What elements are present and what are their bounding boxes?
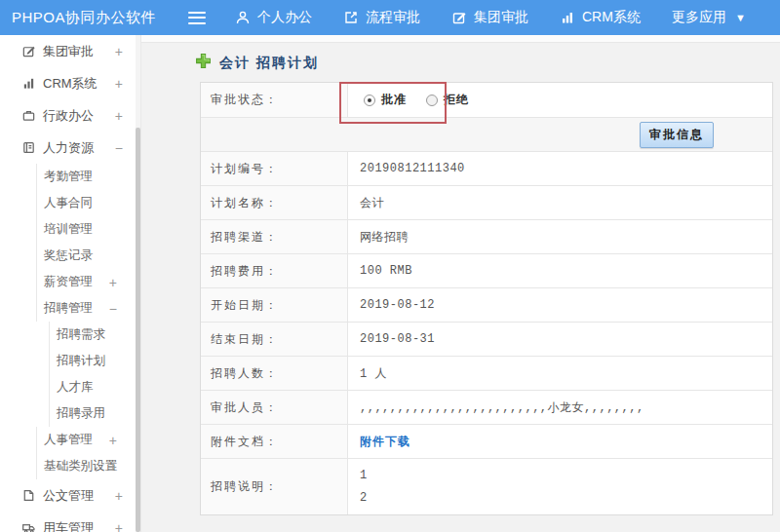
- sidebar-item-base-category-settings[interactable]: 基础类别设置 +: [36, 453, 140, 479]
- content-top-strip: [141, 35, 780, 43]
- expand-plus-icon[interactable]: +: [115, 76, 123, 92]
- sidebar-item-label: 用车管理: [43, 519, 94, 532]
- chart-icon: [21, 76, 36, 91]
- approval-info-button[interactable]: 审批信息: [640, 122, 714, 148]
- sidebar-item-hr-contracts[interactable]: 人事合同: [36, 190, 140, 216]
- sidebar-item-human-resources[interactable]: 人力资源 −: [0, 132, 140, 164]
- page-title: 会计 招聘计划: [195, 53, 319, 73]
- sidebar-item-attendance-management[interactable]: 考勤管理: [36, 164, 140, 190]
- row-value: 2019-08-12: [348, 288, 772, 322]
- table-row-plan-name: 计划名称： 会计: [201, 186, 772, 220]
- sidebar-scrollbar[interactable]: [136, 35, 140, 532]
- row-value: 网络招聘: [348, 220, 772, 253]
- sidebar-item-recruitment-needs[interactable]: 招聘需求: [49, 322, 140, 348]
- plus-icon: [195, 53, 212, 73]
- main-content: 会计 招聘计划 审批状态： 批准 拒绝 审批信息 计划编号： 201908121…: [141, 35, 780, 532]
- nav-item-label: 流程审批: [366, 9, 420, 26]
- sidebar: 集团审批 + CRM系统 + 行政办公 + 人力资源 − 考勤管理: [0, 35, 141, 532]
- sidebar-item-label: 招聘需求: [57, 326, 105, 343]
- sidebar-item-label: 行政办公: [43, 107, 94, 125]
- sidebar-item-label: 招聘计划: [57, 353, 105, 369]
- row-label: 计划名称：: [201, 186, 348, 219]
- app-title: PHPOA协同办公软件: [0, 9, 188, 27]
- collapse-minus-icon[interactable]: −: [115, 140, 123, 156]
- collapse-minus-icon[interactable]: −: [109, 301, 117, 317]
- expand-plus-icon[interactable]: +: [109, 459, 117, 475]
- nav-item-process-approval[interactable]: 流程审批: [343, 9, 420, 26]
- table-row-start-date: 开始日期： 2019-08-12: [201, 288, 772, 323]
- sidebar-item-recruitment-hiring[interactable]: 招聘录用: [49, 400, 140, 427]
- sidebar-item-document-management[interactable]: 公文管理 +: [0, 479, 140, 512]
- sidebar-item-label: 招聘录用: [57, 405, 105, 422]
- sidebar-item-label: 薪资管理: [44, 274, 93, 290]
- hamburger-menu-icon[interactable]: [188, 12, 206, 24]
- edit-icon: [451, 10, 467, 25]
- sidebar-item-label: 基础类别设置: [44, 458, 117, 475]
- sidebar-item-salary-management[interactable]: 薪资管理 +: [36, 269, 140, 295]
- row-label: 结束日期：: [201, 323, 348, 356]
- expand-plus-icon[interactable]: +: [109, 275, 117, 290]
- row-label: 附件文档：: [201, 425, 348, 458]
- nav-item-label: 更多应用: [672, 9, 726, 26]
- sidebar-item-crm-system[interactable]: CRM系统 +: [0, 67, 140, 99]
- sidebar-item-group-approval[interactable]: 集团审批 +: [0, 35, 140, 67]
- nav-item-crm-system[interactable]: CRM系统: [560, 9, 641, 26]
- table-row-button: 审批信息: [201, 118, 772, 152]
- sidebar-item-recruitment-management[interactable]: 招聘管理 −: [36, 295, 140, 322]
- sidebar-item-label: 人事管理: [44, 432, 93, 448]
- row-value: 20190812111340: [348, 152, 772, 185]
- row-value: 100 RMB: [348, 254, 772, 287]
- recruitment-plan-detail-table: 审批状态： 批准 拒绝 审批信息 计划编号： 20190812111340 计划…: [200, 82, 773, 515]
- radio-label-reject[interactable]: 拒绝: [444, 92, 469, 108]
- edit-icon: [21, 44, 36, 58]
- sidebar-item-training-management[interactable]: 培训管理: [36, 216, 140, 243]
- row-label: 招聘渠道：: [201, 220, 348, 253]
- user-icon: [235, 10, 251, 25]
- table-row-recruitment-cost: 招聘费用： 100 RMB: [201, 254, 772, 288]
- expand-plus-icon[interactable]: +: [115, 108, 123, 124]
- table-row-end-date: 结束日期： 2019-08-31: [201, 323, 772, 357]
- row-label: 审批状态：: [201, 83, 348, 117]
- sidebar-item-vehicle-management[interactable]: 用车管理 +: [0, 512, 140, 532]
- expand-plus-icon[interactable]: +: [115, 520, 123, 532]
- table-row-recruitment-notes: 招聘说明： 1 2: [201, 459, 772, 514]
- table-row-recruitment-channel: 招聘渠道： 网络招聘: [201, 220, 772, 254]
- nav-item-personal-office[interactable]: 个人办公: [235, 9, 312, 26]
- sidebar-item-label: 人才库: [57, 379, 94, 396]
- sidebar-item-label: 考勤管理: [44, 169, 93, 185]
- expand-plus-icon[interactable]: +: [115, 488, 123, 504]
- row-label: 招聘人数：: [201, 357, 348, 390]
- row-value: 1 人: [348, 357, 772, 390]
- sidebar-item-talent-pool[interactable]: 人才库: [49, 374, 140, 400]
- nav-item-more-apps[interactable]: 更多应用 ▼: [672, 9, 746, 26]
- annotation-box: [339, 82, 447, 124]
- row-value: 会计: [348, 186, 772, 219]
- nav-item-group-approval[interactable]: 集团审批: [451, 9, 528, 26]
- table-row-attachment: 附件文档： 附件下载: [201, 425, 772, 459]
- sidebar-item-admin-office[interactable]: 行政办公 +: [0, 99, 140, 132]
- table-row-approvers: 审批人员： ,,,,,,,,,,,,,,,,,,,,,,,,,小龙女,,,,,,…: [201, 391, 772, 425]
- expand-plus-icon[interactable]: +: [115, 44, 123, 59]
- document-icon: [21, 488, 36, 503]
- table-row-headcount: 招聘人数： 1 人: [201, 357, 772, 391]
- expand-plus-icon[interactable]: +: [109, 433, 117, 448]
- row-value: ,,,,,,,,,,,,,,,,,,,,,,,,,小龙女,,,,,,,,: [348, 391, 772, 424]
- briefcase-icon: [21, 108, 36, 123]
- attachment-download-link[interactable]: 附件下载: [360, 434, 410, 450]
- sidebar-item-label: 人事合同: [44, 195, 93, 211]
- table-row-approval-status: 审批状态： 批准 拒绝: [201, 83, 772, 118]
- sidebar-item-personnel-management[interactable]: 人事管理 +: [36, 427, 140, 453]
- sidebar-item-label: CRM系统: [43, 75, 98, 93]
- sidebar-item-label: 公文管理: [43, 487, 94, 505]
- sidebar-item-recruitment-plan[interactable]: 招聘计划: [49, 348, 140, 374]
- row-value-line: 1: [360, 469, 368, 482]
- nav-item-label: 个人办公: [257, 9, 312, 26]
- sidebar-item-label: 培训管理: [44, 221, 93, 238]
- sidebar-scrollbar-thumb[interactable]: [136, 128, 140, 532]
- sidebar-item-label: 奖惩记录: [44, 247, 93, 264]
- sidebar-item-rewards-records[interactable]: 奖惩记录: [36, 243, 140, 269]
- nav-item-label: CRM系统: [582, 9, 641, 26]
- sidebar-item-label: 人力资源: [43, 139, 94, 157]
- book-icon: [21, 140, 36, 155]
- top-navbar: PHPOA协同办公软件 个人办公 流程审批 集团审批: [0, 0, 780, 35]
